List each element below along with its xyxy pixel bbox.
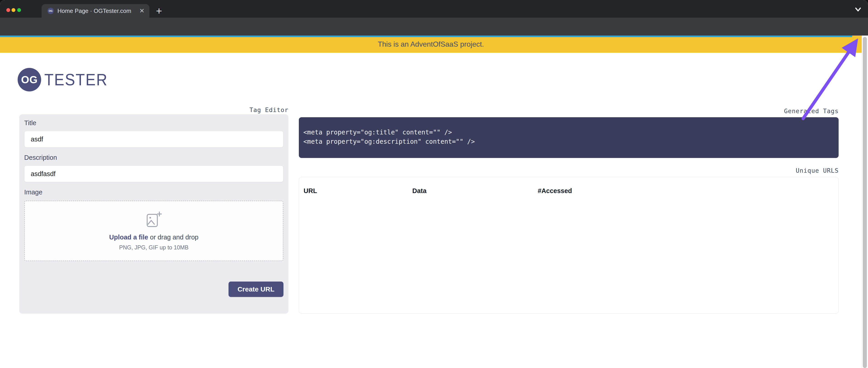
tab-title: Home Page · OGTester.com [57, 7, 137, 15]
browser-window: OG Home Page · OGTester.com ✕ + ogtester… [0, 0, 868, 368]
description-input[interactable] [24, 165, 283, 182]
page-scrollbar[interactable] [862, 35, 868, 368]
logo-og-icon: OG [18, 68, 41, 91]
site-logo: OG TESTER [18, 68, 113, 91]
description-label: Description [24, 154, 283, 161]
title-input[interactable] [24, 131, 283, 147]
generated-tags-section-label: Generated Tags [299, 108, 839, 115]
image-dropzone[interactable]: Upload a file or drag and drop PNG, JPG,… [24, 200, 283, 261]
tab-favicon-icon: OG [48, 8, 54, 14]
code-line: <meta property="og:title" content="" /> [303, 128, 834, 137]
window-close-button[interactable] [6, 8, 10, 12]
unique-urls-section-label: Unique URLS [299, 167, 839, 174]
upload-instruction: Upload a file or drag and drop [109, 233, 198, 241]
image-upload-icon [145, 211, 163, 229]
upload-hint: PNG, JPG, GIF up to 10MB [119, 244, 188, 251]
new-tab-button[interactable]: + [156, 5, 162, 17]
browser-toolbar: ogtester.com UO Incognito [0, 18, 868, 35]
upload-file-link[interactable]: Upload a file [109, 233, 148, 241]
tag-editor-section-label: Tag Editor [19, 106, 288, 113]
browser-tab[interactable]: OG Home Page · OGTester.com ✕ [41, 4, 149, 18]
tag-editor-panel: Title Description Image Upload a file or… [19, 114, 288, 314]
title-label: Title [24, 119, 283, 127]
window-titlebar: OG Home Page · OGTester.com ✕ + [0, 0, 868, 18]
announcement-text: This is an AdventOfSaaS project. [378, 40, 484, 49]
code-line: <meta property="og:description" content=… [303, 137, 834, 146]
table-header-row: URL Data #Accessed [299, 177, 838, 187]
page-top-accent-bar [0, 35, 852, 37]
window-minimize-button[interactable] [11, 8, 16, 12]
column-header-data: Data [412, 187, 427, 195]
tab-close-icon[interactable]: ✕ [139, 7, 145, 15]
unique-urls-table: URL Data #Accessed [299, 177, 839, 313]
scrollbar-thumb[interactable] [863, 37, 867, 368]
column-header-accessed: #Accessed [538, 187, 572, 195]
announcement-banner: This is an AdventOfSaaS project. [0, 35, 862, 53]
page-viewport: This is an AdventOfSaaS project. OG TEST… [0, 35, 868, 368]
generated-tags-code: <meta property="og:title" content="" /> … [299, 117, 839, 158]
column-header-url: URL [304, 187, 317, 195]
create-url-button[interactable]: Create URL [228, 282, 283, 297]
tab-search-chevron-icon[interactable] [852, 5, 864, 14]
image-label: Image [24, 189, 283, 196]
window-zoom-button[interactable] [17, 8, 21, 12]
logo-name: TESTER [44, 70, 108, 89]
